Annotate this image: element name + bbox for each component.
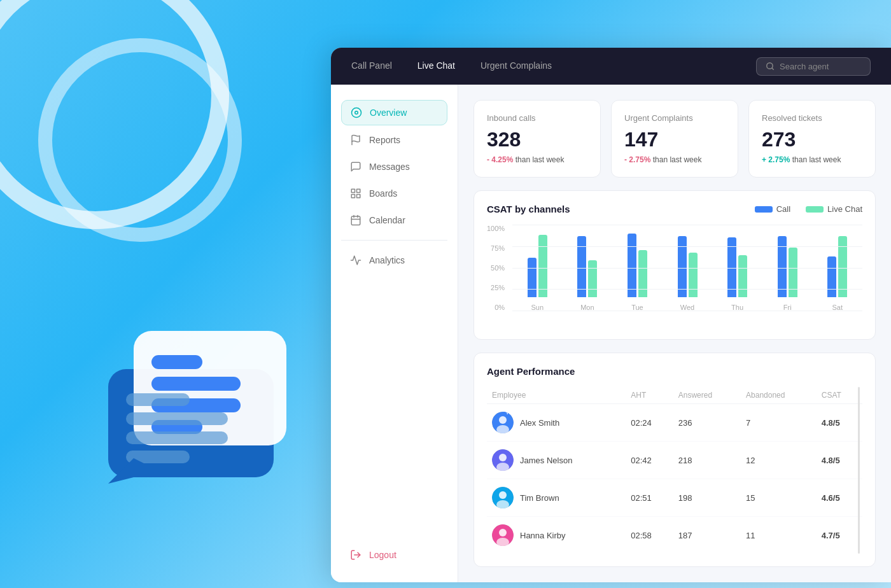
svg-rect-9	[126, 451, 190, 463]
bar-livechat-sun	[538, 235, 547, 297]
svg-point-24	[499, 454, 507, 461]
bar-call-wed	[678, 236, 687, 297]
csat-value: 4.6/5	[817, 479, 862, 517]
abandoned-value: 11	[741, 517, 817, 554]
bar-livechat-thu	[738, 255, 747, 297]
csat-chart-card: CSAT by channels Call Live Chat 100% 75%	[474, 190, 876, 340]
search-box[interactable]	[756, 57, 871, 76]
nav-live-chat[interactable]: Live Chat	[417, 57, 455, 76]
svg-rect-2	[151, 355, 202, 369]
app-container: Call Panel Live Chat Urgent Complains Ov…	[331, 48, 891, 582]
chart-bars: SunMonTueWedThuFriSat	[512, 225, 862, 311]
sidebar-item-analytics[interactable]: Analytics	[341, 248, 447, 272]
csat-value: 4.8/5	[817, 442, 862, 479]
employee-cell-alex-smith: YouAlex Smith	[492, 412, 621, 433]
table-row: Hanna Kirby02:58187114.7/5	[487, 517, 862, 554]
chart-title: CSAT by channels	[487, 204, 740, 214]
abandoned-value: 7	[741, 404, 817, 442]
stat-card-resolved: Resolved tickets 273 + 2.75% than last w…	[748, 100, 876, 178]
nav-call-panel[interactable]: Call Panel	[351, 57, 392, 76]
stat-inbound-value: 328	[487, 128, 587, 151]
bar-label-tue: Tue	[631, 304, 643, 311]
bg-decoration-circle-2	[38, 38, 242, 242]
logout-button[interactable]: Logout	[341, 543, 447, 567]
bar-label-fri: Fri	[783, 304, 792, 311]
sidebar-item-calendar[interactable]: Calendar	[341, 208, 447, 232]
legend-call-dot	[755, 206, 773, 213]
main-content: Inbound calls 328 - 4.25% than last week…	[458, 85, 891, 582]
scrollbar[interactable]	[858, 387, 860, 554]
col-answered: Answered	[673, 387, 741, 404]
abandoned-value: 12	[741, 442, 817, 479]
sidebar-item-overview[interactable]: Overview	[341, 100, 447, 125]
col-employee: Employee	[487, 387, 626, 404]
aht-value: 02:24	[626, 404, 673, 442]
y-axis: 100% 75% 50% 25% 0%	[487, 225, 509, 311]
boards-icon	[350, 188, 361, 199]
stat-inbound-label: Inbound calls	[487, 113, 587, 123]
answered-value: 187	[673, 517, 741, 554]
employee-cell-james-nelson: James Nelson	[492, 449, 621, 471]
sidebar-reports-label: Reports	[369, 135, 400, 145]
search-input[interactable]	[780, 62, 856, 71]
bar-call-thu	[727, 237, 736, 297]
stat-resolved-change: + 2.75% than last week	[762, 155, 862, 164]
stat-urgent-change: - 2.75% than last week	[624, 155, 725, 164]
sidebar-divider	[341, 240, 447, 241]
sidebar-item-reports[interactable]: Reports	[341, 128, 447, 152]
search-icon	[766, 62, 775, 71]
abandoned-value: 15	[741, 479, 817, 517]
bar-livechat-fri	[789, 248, 797, 297]
legend-call-label: Call	[776, 204, 790, 214]
sidebar-item-boards[interactable]: Boards	[341, 181, 447, 206]
stat-inbound-pct: - 4.25%	[487, 155, 513, 164]
bar-group-sat: Sat	[812, 225, 862, 311]
sidebar-analytics-label: Analytics	[369, 255, 405, 265]
bar-group-tue: Tue	[612, 225, 663, 311]
employee-cell-tim-brown: Tim Brown	[492, 487, 621, 508]
col-aht: AHT	[626, 387, 673, 404]
bar-label-mon: Mon	[580, 304, 594, 311]
top-nav: Call Panel Live Chat Urgent Complains	[331, 48, 891, 85]
answered-value: 218	[673, 442, 741, 479]
bar-group-fri: Fri	[762, 225, 813, 311]
y-label-75: 75%	[491, 244, 505, 252]
svg-point-30	[499, 529, 507, 536]
stat-urgent-suffix: than last week	[653, 155, 702, 164]
sidebar-item-messages[interactable]: Messages	[341, 155, 447, 179]
logout-icon	[350, 549, 361, 561]
legend-call: Call	[755, 204, 790, 214]
stats-row: Inbound calls 328 - 4.25% than last week…	[474, 100, 876, 178]
chat-illustration	[83, 293, 325, 496]
col-abandoned: Abandoned	[741, 387, 817, 404]
nav-urgent-complains[interactable]: Urgent Complains	[481, 57, 552, 76]
bar-call-tue	[628, 234, 636, 297]
analytics-icon	[350, 255, 361, 266]
y-label-50: 50%	[491, 264, 505, 272]
perf-title: Agent Performance	[487, 366, 862, 377]
aht-value: 02:51	[626, 479, 673, 517]
perf-table-body: YouAlex Smith02:2423674.8/5James Nelson0…	[487, 404, 862, 554]
svg-rect-1	[134, 331, 286, 445]
answered-value: 236	[673, 404, 741, 442]
col-csat: CSAT	[817, 387, 862, 404]
reports-icon	[350, 134, 361, 146]
bar-call-fri	[778, 236, 787, 297]
sidebar-overview-label: Overview	[370, 108, 407, 118]
calendar-icon	[350, 214, 361, 226]
employee-name: James Nelson	[520, 456, 572, 465]
bar-group-sun: Sun	[512, 225, 563, 311]
avatar	[492, 487, 514, 508]
performance-table: Employee AHT Answered Abandoned CSAT You…	[487, 387, 862, 554]
stat-inbound-change: - 4.25% than last week	[487, 155, 587, 164]
stat-resolved-value: 273	[762, 128, 862, 151]
legend-livechat-dot	[806, 206, 824, 213]
svg-rect-4	[151, 398, 241, 412]
bar-call-sat	[827, 256, 836, 297]
stat-urgent-pct: - 2.75%	[624, 155, 650, 164]
aht-value: 02:58	[626, 517, 673, 554]
chart-header: CSAT by channels Call Live Chat	[487, 204, 862, 214]
bar-label-wed: Wed	[680, 304, 694, 311]
employee-name: Tim Brown	[520, 493, 559, 503]
avatar: You	[492, 412, 514, 433]
